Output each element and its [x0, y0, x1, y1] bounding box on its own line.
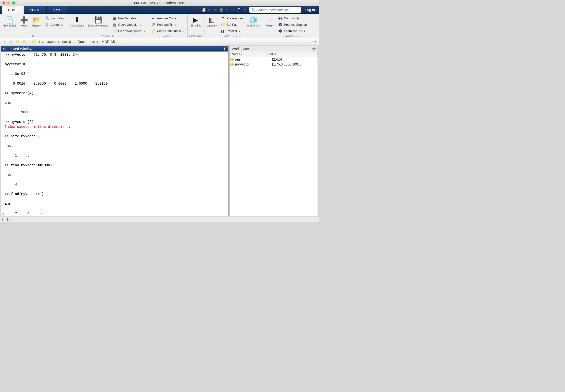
clear-commands-button[interactable]: 🧹 Clear Commands	[150, 28, 186, 34]
open-variable-button[interactable]: ▦ Open Variable	[111, 22, 147, 28]
up-folder-button[interactable]: 📁	[15, 39, 21, 44]
mac-titlebar: MATLAB R2017a - academic use	[0, 0, 319, 6]
tab-apps[interactable]: APPS	[47, 6, 68, 14]
import-icon: ⬇	[74, 16, 80, 24]
cut-icon[interactable]: ✂	[207, 7, 212, 13]
save-quick-icon[interactable]: 💾	[201, 7, 206, 13]
command-window-panel: Command Window ▾ >> myVector = [1, 75, 0…	[1, 46, 229, 216]
help-button[interactable]: ? Help	[264, 15, 276, 28]
tab-plots[interactable]: PLOTS	[24, 6, 47, 14]
status-bar: ||||	[0, 217, 319, 222]
save-workspace-icon: 💾	[94, 16, 102, 24]
open-variable-icon: ▦	[112, 23, 117, 27]
compare-button[interactable]: 🗎 Compare	[43, 22, 65, 27]
addons-button[interactable]: 🧊 Add-Ons	[246, 15, 261, 28]
status-menu-icon[interactable]	[8, 218, 10, 221]
new-button[interactable]: ➕ New	[18, 15, 30, 28]
new-plus-icon: ➕	[20, 16, 28, 24]
panel-menu-icon[interactable]: ▾	[312, 47, 316, 51]
save-workspace-button[interactable]: 💾 Save Workspace	[87, 15, 110, 28]
request-support-button[interactable]: ☎ Request Support	[277, 22, 308, 28]
group-resources: ? Help 👥 Community ☎ Request Support 🎓 L…	[263, 14, 319, 38]
community-button[interactable]: 👥 Community	[277, 16, 308, 21]
open-button[interactable]: 📂 Open	[31, 15, 42, 28]
fx-prompt-icon[interactable]: fx »	[2, 212, 6, 216]
new-script-icon: 📄	[6, 16, 14, 24]
tab-home[interactable]: HOME	[2, 6, 24, 14]
parallel-button[interactable]: ‖‖ Parallel	[219, 28, 245, 34]
open-folder-icon: 📂	[33, 16, 41, 24]
clear-workspace-icon: 🧹	[112, 29, 117, 33]
redo-icon[interactable]: ↷	[230, 7, 236, 13]
search-documentation[interactable]: 🔍	[249, 7, 301, 13]
path-icon: 📁	[221, 23, 225, 27]
command-window-title[interactable]: Command Window ▾	[1, 46, 228, 52]
run-time-icon: ⏱	[151, 23, 155, 27]
crumb-matlab[interactable]: MATLAB	[100, 39, 116, 44]
layout-button[interactable]: ▦ Layout	[205, 15, 218, 28]
browse-folder-button[interactable]: 📁	[22, 39, 28, 44]
group-label-simulink: SIMULINK	[189, 34, 202, 38]
group-label-file: FILE	[1, 34, 65, 38]
support-icon: ☎	[278, 23, 282, 27]
busy-indicator-icon: ||||	[1, 218, 8, 221]
group-variable: ⬇ Import Data 💾 Save Workspace ▦ New Var…	[67, 14, 148, 38]
learn-matlab-button[interactable]: 🎓 Learn MATLAB	[277, 28, 308, 34]
help-icon: ?	[268, 16, 272, 24]
command-window-text[interactable]: >> myVector = [1, 75, 0.3, 1000, 2^4] my…	[1, 52, 228, 216]
path-toolbar: ◀ ▶ 📁 📁 | 📁 /▸ Users▸ eur10▸ Documents▸ …	[0, 38, 319, 45]
group-label-environment: ENVIRONMENT	[205, 34, 261, 38]
current-folder-icon[interactable]: 📁	[31, 39, 37, 44]
ribbon: 📄 New Script ➕ New 📂 Open 🔍 Find Files 🗎…	[0, 14, 319, 38]
back-button[interactable]: ◀	[1, 39, 7, 44]
switch-windows-icon[interactable]: ❐	[236, 7, 242, 13]
run-and-time-button[interactable]: ⏱ Run and Time	[150, 22, 186, 27]
variable-value: [2,4,5]	[270, 57, 317, 61]
gear-icon: ⚙	[221, 16, 225, 21]
workspace-row[interactable]: myVector[1,75,0.3000,100...	[230, 62, 317, 67]
crumb-user[interactable]: eur10	[61, 39, 72, 44]
command-window-body[interactable]: >> myVector = [1, 75, 0.3, 1000, 2^4] my…	[1, 52, 228, 216]
window-title: MATLAB R2017a - academic use	[0, 1, 319, 5]
copy-icon[interactable]: ⧉	[213, 7, 218, 13]
group-label-resources: RESOURCES	[264, 34, 317, 38]
parallel-icon: ‖‖	[221, 29, 225, 33]
ribbon-tabstrip: HOME PLOTS APPS 💾 ✂ ⧉ 📋 ↶ ↷ ❐ ? 🔍 Log In	[0, 6, 319, 14]
workspace-body: Name Value ans[2,4,5]myVector[1,75,0.300…	[230, 52, 317, 216]
variable-icon	[230, 57, 235, 61]
group-label-variable: VARIABLE	[69, 34, 146, 38]
panel-menu-icon[interactable]: ▾	[223, 47, 226, 51]
group-environment: ▦ Layout ⚙ Preferences 📁 Set Path ‖‖ Par…	[204, 14, 263, 38]
forward-button[interactable]: ▶	[8, 39, 14, 44]
clear-workspace-button[interactable]: 🧹 Clear Workspace	[111, 28, 147, 34]
analyze-code-button[interactable]: ✔ Analyze Code	[150, 16, 186, 21]
simulink-button[interactable]: ▶ Simulink	[189, 15, 202, 28]
preferences-button[interactable]: ⚙ Preferences	[219, 16, 245, 21]
workspace-panel: Workspace ▾ Name Value ans[2,4,5]myVecto…	[230, 46, 318, 216]
group-simulink: ▶ Simulink SIMULINK	[188, 14, 204, 38]
login-button[interactable]: Log In	[303, 8, 317, 12]
crumb-root[interactable]: /	[38, 39, 41, 44]
paste-icon[interactable]: 📋	[219, 7, 224, 13]
help-quick-icon[interactable]: ?	[242, 7, 248, 13]
crumb-documents[interactable]: Documents	[77, 39, 96, 44]
crumb-users[interactable]: Users	[46, 39, 57, 44]
variable-name: ans	[235, 57, 270, 61]
breadcrumb: /▸ Users▸ eur10▸ Documents▸ MATLAB	[38, 39, 116, 44]
ribbon-collapse-icon[interactable]: ▴	[316, 34, 318, 37]
analyze-icon: ✔	[151, 16, 155, 21]
addons-icon: 🧊	[249, 16, 257, 24]
set-path-button[interactable]: 📁 Set Path	[219, 22, 245, 28]
new-script-button[interactable]: 📄 New Script	[1, 15, 17, 28]
new-variable-button[interactable]: ▦ New Variable	[111, 16, 147, 21]
col-value[interactable]: Value	[267, 52, 317, 57]
workspace-title[interactable]: Workspace ▾	[230, 46, 317, 52]
search-input[interactable]	[256, 8, 299, 12]
learn-icon: 🎓	[278, 29, 282, 33]
workspace-row[interactable]: ans[2,4,5]	[230, 57, 317, 62]
path-dropdown-icon[interactable]: ▾	[313, 40, 317, 43]
import-data-button[interactable]: ⬇ Import Data	[69, 15, 85, 28]
col-name[interactable]: Name	[230, 52, 267, 57]
find-files-button[interactable]: 🔍 Find Files	[43, 16, 65, 21]
undo-icon[interactable]: ↶	[224, 7, 230, 13]
